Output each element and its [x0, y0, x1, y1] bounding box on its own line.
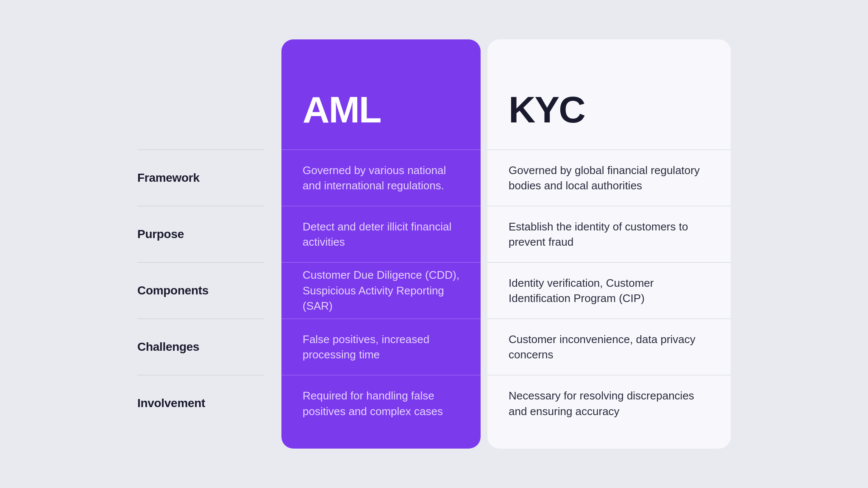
- kyc-card: KYC Governed by global financial regulat…: [487, 39, 731, 449]
- aml-row-framework: Governed by various national and interna…: [281, 150, 481, 206]
- kyc-header: KYC: [487, 39, 731, 150]
- kyc-challenges-text: Customer inconvenience, data privacy con…: [509, 332, 709, 363]
- kyc-row-framework: Governed by global financial regulatory …: [487, 150, 731, 206]
- label-framework: Framework: [137, 171, 200, 185]
- kyc-purpose-text: Establish the identity of customers to p…: [509, 219, 709, 250]
- aml-row-involvement: Required for handling false positives an…: [281, 375, 481, 432]
- aml-row-components: Customer Due Diligence (CDD), Suspicious…: [281, 263, 481, 319]
- kyc-row-purpose: Establish the identity of customers to p…: [487, 206, 731, 263]
- aml-components-text: Customer Due Diligence (CDD), Suspicious…: [303, 267, 459, 313]
- aml-challenges-text: False positives, increased processing ti…: [303, 332, 459, 363]
- label-row-components: Components: [137, 262, 264, 319]
- kyc-rows: Governed by global financial regulatory …: [487, 150, 731, 432]
- cards-wrapper: AML Governed by various national and int…: [281, 39, 731, 449]
- label-row-involvement: Involvement: [137, 375, 264, 431]
- label-row-framework: Framework: [137, 150, 264, 206]
- aml-header: AML: [281, 39, 481, 150]
- aml-card: AML Governed by various national and int…: [281, 39, 481, 449]
- label-challenges: Challenges: [137, 340, 199, 354]
- aml-row-challenges: False positives, increased processing ti…: [281, 319, 481, 375]
- kyc-title: KYC: [509, 91, 585, 128]
- kyc-components-text: Identity verification, Customer Identifi…: [509, 275, 709, 306]
- aml-title: AML: [303, 91, 381, 128]
- aml-framework-text: Governed by various national and interna…: [303, 163, 459, 194]
- labels-column: Framework Purpose Components Challenges …: [137, 39, 281, 449]
- label-purpose: Purpose: [137, 227, 184, 241]
- aml-rows: Governed by various national and interna…: [281, 150, 481, 432]
- aml-row-purpose: Detect and deter illicit financial activ…: [281, 206, 481, 263]
- kyc-row-challenges: Customer inconvenience, data privacy con…: [487, 319, 731, 375]
- kyc-involvement-text: Necessary for resolving discrepancies an…: [509, 388, 709, 419]
- aml-involvement-text: Required for handling false positives an…: [303, 388, 459, 419]
- kyc-row-components: Identity verification, Customer Identifi…: [487, 263, 731, 319]
- kyc-framework-text: Governed by global financial regulatory …: [509, 163, 709, 194]
- label-row-purpose: Purpose: [137, 206, 264, 262]
- comparison-container: Framework Purpose Components Challenges …: [137, 39, 731, 449]
- label-row-challenges: Challenges: [137, 319, 264, 375]
- aml-purpose-text: Detect and deter illicit financial activ…: [303, 219, 459, 250]
- label-involvement: Involvement: [137, 396, 205, 410]
- kyc-row-involvement: Necessary for resolving discrepancies an…: [487, 375, 731, 432]
- label-components: Components: [137, 284, 209, 297]
